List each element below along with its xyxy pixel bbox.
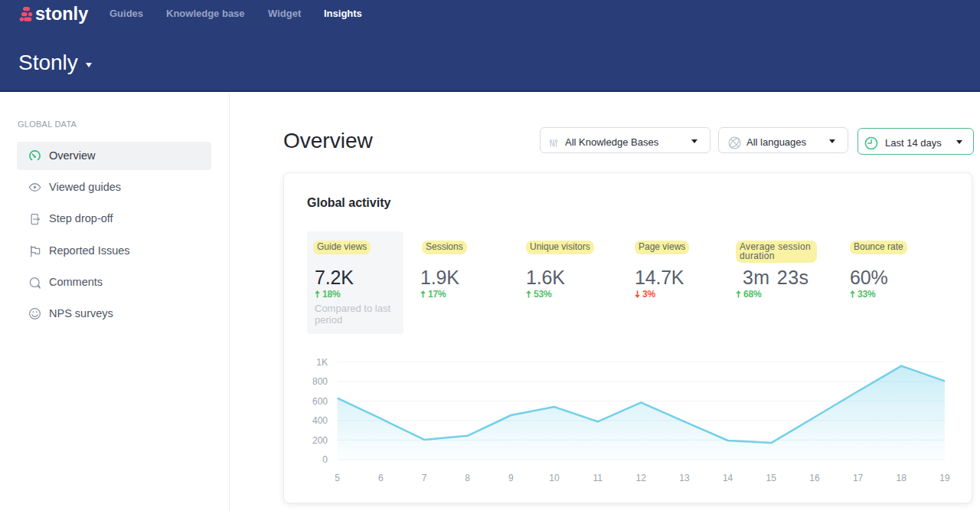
- svg-text:12: 12: [636, 473, 647, 483]
- svg-text:600: 600: [312, 396, 328, 407]
- svg-text:17: 17: [853, 473, 864, 483]
- svg-text:11: 11: [593, 473, 603, 483]
- svg-text:7: 7: [422, 473, 427, 483]
- svg-text:16: 16: [809, 473, 820, 483]
- svg-text:10: 10: [549, 473, 560, 483]
- svg-text:800: 800: [312, 376, 328, 387]
- svg-text:200: 200: [312, 435, 328, 446]
- svg-text:0: 0: [322, 454, 328, 465]
- svg-text:1K: 1K: [316, 357, 328, 368]
- svg-text:6: 6: [378, 473, 384, 483]
- svg-text:400: 400: [312, 415, 328, 426]
- svg-text:5: 5: [335, 473, 340, 483]
- svg-text:14: 14: [723, 473, 733, 483]
- svg-text:19: 19: [939, 473, 950, 483]
- svg-text:13: 13: [679, 473, 690, 483]
- svg-text:8: 8: [465, 473, 470, 483]
- svg-text:9: 9: [508, 473, 514, 483]
- svg-text:15: 15: [766, 473, 777, 483]
- svg-text:18: 18: [897, 473, 907, 483]
